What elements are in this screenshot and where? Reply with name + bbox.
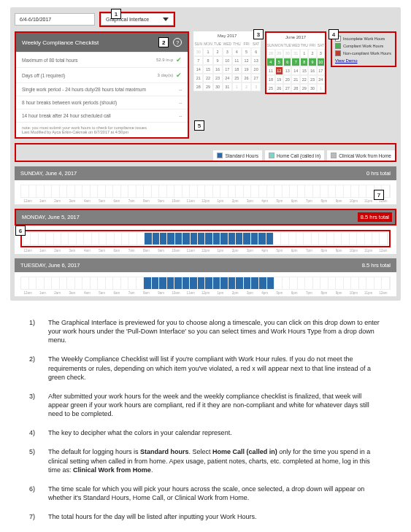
timeline-slot[interactable] (274, 233, 281, 244)
timeline-slot[interactable] (205, 233, 212, 244)
timeline-slot[interactable] (69, 233, 76, 244)
timeline-slot[interactable] (113, 277, 121, 289)
timeline-slot[interactable] (183, 277, 191, 289)
timeline-slot[interactable] (298, 277, 306, 289)
timeline-slot[interactable] (52, 185, 60, 197)
timeline-slot[interactable] (320, 185, 329, 197)
timeline-slot[interactable] (228, 185, 237, 197)
timeline-slot[interactable] (312, 233, 319, 244)
timeline-slot[interactable] (290, 277, 298, 289)
date-range-input[interactable]: 6/4-6/10/2017 (15, 13, 95, 26)
timeline-slot[interactable] (54, 233, 61, 244)
help-icon[interactable]: ? (173, 38, 182, 47)
timeline-slot[interactable] (267, 185, 275, 197)
timeline-slot[interactable] (160, 233, 167, 244)
timeline-slot[interactable] (31, 233, 38, 244)
timeline-slot[interactable] (244, 185, 252, 197)
timeline-slot[interactable] (175, 233, 183, 244)
timeline-slot[interactable] (313, 277, 321, 289)
timeline-slot[interactable] (198, 185, 206, 197)
timeline-slot[interactable] (289, 233, 296, 244)
timeline-slot[interactable] (91, 277, 99, 289)
view-demo-link[interactable]: View Demo (335, 58, 392, 63)
timeline-slot[interactable] (45, 185, 53, 197)
timeline-slot[interactable] (274, 277, 283, 289)
timeline-slot[interactable] (283, 185, 291, 197)
timeline-slot[interactable] (198, 233, 205, 244)
timeline-slot[interactable] (329, 277, 337, 289)
timeline-slot[interactable] (380, 233, 387, 244)
timeline-slot[interactable] (366, 277, 374, 289)
timeline-slot[interactable] (153, 233, 160, 244)
timeline-slot[interactable] (283, 277, 291, 289)
timeline-slot[interactable] (167, 185, 175, 197)
timeline-slot[interactable] (236, 185, 244, 197)
timeline-slot[interactable] (128, 185, 137, 197)
timeline-slot[interactable] (267, 277, 275, 289)
timeline-slot[interactable] (220, 185, 228, 197)
timeline-slot[interactable] (304, 233, 311, 244)
timeline-slot[interactable] (159, 277, 167, 289)
timeline-slot[interactable] (220, 277, 228, 289)
timeline-slot[interactable] (290, 185, 298, 197)
timeline-slot[interactable] (319, 233, 326, 244)
timeline-slot[interactable] (106, 277, 114, 289)
timeline-slot[interactable] (167, 277, 175, 289)
timeline-slot[interactable] (342, 233, 349, 244)
timeline-slot[interactable] (274, 185, 283, 197)
timeline-slot[interactable] (329, 185, 337, 197)
timeline-slot[interactable] (336, 277, 344, 289)
timeline-slot[interactable] (29, 277, 37, 289)
timeline-slot[interactable] (344, 185, 352, 197)
timeline-slot[interactable] (106, 185, 114, 197)
timeline-slot[interactable] (129, 233, 137, 244)
timeline-slot[interactable] (122, 233, 129, 244)
timeline-slot[interactable] (113, 185, 121, 197)
timeline-slot[interactable] (351, 277, 359, 289)
timeline-slot[interactable] (213, 233, 220, 244)
timeline-slot[interactable] (313, 185, 321, 197)
timeline-slot[interactable] (52, 277, 60, 289)
timeline-slot[interactable] (357, 233, 364, 244)
timeline-slot[interactable] (213, 185, 221, 197)
timeline-slot[interactable] (92, 233, 99, 244)
timeline-slot[interactable] (128, 277, 137, 289)
calendar-june[interactable]: June 2017 SUNMONTUEWEDTHUFRISAT 28293031… (266, 33, 325, 93)
timeline-slot[interactable] (67, 185, 75, 197)
timeline-slot[interactable] (251, 185, 259, 197)
timeline-slot[interactable] (152, 277, 160, 289)
timeline-slot[interactable] (174, 185, 183, 197)
timeline-slot[interactable] (144, 185, 152, 197)
timeline-slot[interactable] (350, 233, 357, 244)
timeline-slot[interactable] (336, 185, 344, 197)
timeline-slot[interactable] (191, 233, 198, 244)
timeline-slot[interactable] (39, 233, 46, 244)
timeline-slot[interactable] (46, 233, 53, 244)
timeline-slot[interactable] (296, 233, 304, 244)
timeline-slot[interactable] (21, 277, 29, 289)
timeline-slot[interactable] (259, 277, 267, 289)
timeline-slot[interactable] (99, 233, 107, 244)
timeline-slot[interactable] (305, 185, 313, 197)
timeline-slot[interactable] (77, 233, 84, 244)
timeline-slot[interactable] (115, 233, 122, 244)
timeline-slot[interactable] (145, 233, 152, 244)
timeline-slot[interactable] (320, 277, 329, 289)
timeline-slot[interactable] (91, 185, 99, 197)
timeline-slot[interactable] (305, 277, 313, 289)
timeline-slot[interactable] (183, 233, 190, 244)
timeline-slot[interactable] (60, 185, 68, 197)
timeline-slot[interactable] (45, 277, 53, 289)
timeline-slot[interactable] (251, 233, 258, 244)
timeline-slot[interactable] (205, 185, 213, 197)
timeline-slot[interactable] (144, 277, 152, 289)
timeline-slot[interactable] (121, 185, 129, 197)
timeline-slot[interactable] (372, 233, 380, 244)
timeline-slot[interactable] (236, 277, 244, 289)
timeline-slot[interactable] (251, 277, 259, 289)
timeline-slot[interactable] (60, 277, 68, 289)
timeline-slot[interactable] (67, 277, 75, 289)
timeline-slot[interactable] (183, 185, 191, 197)
timeline-slot[interactable] (281, 233, 288, 244)
timeline-slot[interactable] (365, 233, 372, 244)
